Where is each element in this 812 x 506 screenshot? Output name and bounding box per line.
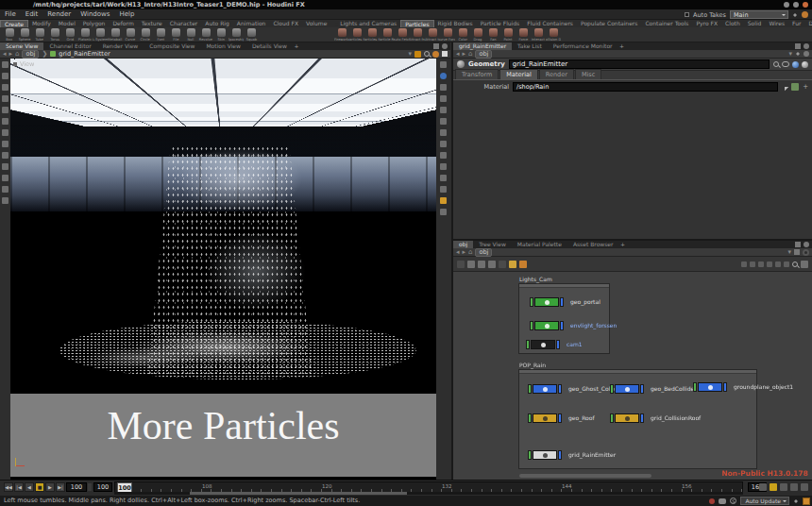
shelf-tool[interactable]: File <box>168 27 183 42</box>
menu-item[interactable]: Windows <box>76 10 114 18</box>
shelf-tab[interactable]: Populate Containers <box>577 20 641 27</box>
shelf-tool[interactable]: Particles fr <box>349 27 364 42</box>
pane-tab[interactable]: Composite View <box>144 42 200 50</box>
globe-icon[interactable] <box>792 61 799 68</box>
pane-tab[interactable]: Render View <box>97 42 144 50</box>
node-body[interactable] <box>533 450 557 460</box>
pane-tab[interactable]: Asset Browser <box>567 241 619 248</box>
shelf-tab[interactable]: Wires <box>765 20 788 27</box>
shelf-tool[interactable]: Attract fro <box>410 27 425 42</box>
construction-plane-icon[interactable] <box>440 197 447 204</box>
shelf-tool[interactable]: Skin <box>213 27 228 42</box>
shelf-tab[interactable]: Particle Fluids <box>477 20 524 27</box>
snapshot-icon[interactable] <box>794 249 800 255</box>
shelf-tab[interactable]: Texture <box>138 20 166 27</box>
shelf-tool[interactable]: Squab <box>244 27 259 42</box>
node-display-flag[interactable] <box>560 321 564 330</box>
net-grid-icon[interactable] <box>478 261 485 268</box>
shelf-tool[interactable]: Metaball <box>108 27 123 42</box>
net-overview-icon[interactable] <box>801 261 808 268</box>
notification-icon[interactable] <box>802 11 808 18</box>
shelf-tool[interactable]: Fireworks <box>334 27 349 42</box>
frame-view-icon[interactable] <box>440 118 447 125</box>
node-label[interactable]: geo_BedCollider <box>651 385 697 392</box>
pane-tab[interactable]: Material Palette <box>512 241 567 248</box>
pane-maximize-icon[interactable] <box>795 242 801 247</box>
message-icon[interactable] <box>719 498 726 504</box>
param-tab[interactable]: Transform <box>455 69 499 79</box>
search-icon[interactable] <box>792 261 798 267</box>
shelf-tab[interactable]: Auto Rig <box>201 20 232 27</box>
shelf-tab[interactable]: Deform <box>109 20 137 27</box>
close-icon[interactable] <box>803 2 808 8</box>
shelf-tool[interactable]: Particle Re <box>380 27 395 42</box>
material-value-field[interactable]: /shop/Rain <box>513 82 778 92</box>
path-root[interactable]: obj <box>475 248 492 257</box>
net-layout-icon[interactable] <box>488 261 496 268</box>
node-bypass-flag[interactable] <box>528 413 532 423</box>
home-icon[interactable]: ⌂ <box>468 248 472 257</box>
pane-tab[interactable]: Motion View <box>200 42 246 50</box>
node-label[interactable]: grid_RainEmitter <box>568 451 616 458</box>
menu-item[interactable]: File <box>0 10 21 18</box>
sim-cache-icon[interactable]: S <box>730 498 736 504</box>
node-display-flag[interactable] <box>640 413 644 423</box>
forward-icon[interactable]: ▸ <box>9 50 13 59</box>
auto-update-selector[interactable]: Auto Update <box>740 497 789 505</box>
forward-icon[interactable]: ▸ <box>463 50 466 59</box>
param-tab[interactable]: Misc <box>575 69 601 79</box>
network-node[interactable]: groundplane_object1 <box>693 382 729 392</box>
shelf-tab[interactable]: Character <box>166 20 202 27</box>
display-particles-icon[interactable] <box>440 175 447 181</box>
misc-tool-icon[interactable] <box>2 186 8 193</box>
pane-menu-icon[interactable] <box>442 43 448 49</box>
shelf-tool[interactable]: Revolve <box>198 27 213 42</box>
transport-button[interactable]: ■ <box>35 482 44 492</box>
node-name-field[interactable]: grid_RainEmitter <box>509 59 770 69</box>
node-label[interactable]: geo_Roof <box>568 414 595 421</box>
pane-menu-icon[interactable] <box>804 242 809 247</box>
snapshot-icon[interactable] <box>442 51 448 57</box>
transport-button[interactable]: ▶| <box>56 482 65 492</box>
node-label[interactable]: envlight_forssen <box>570 322 617 329</box>
shelf-tool[interactable]: Font <box>153 27 168 42</box>
snap-tool-icon[interactable] <box>2 129 8 136</box>
path-root[interactable]: obj <box>22 50 39 59</box>
display-points-icon[interactable] <box>440 141 447 147</box>
shelf-tool[interactable]: Drag <box>470 27 485 42</box>
scale-tool-icon[interactable] <box>2 95 8 102</box>
pane-tab[interactable]: Scene View <box>0 42 43 50</box>
shelf-tab[interactable]: Lights and Cameras <box>336 20 400 27</box>
node-bypass-flag[interactable] <box>528 384 532 394</box>
rotate-tool-icon[interactable] <box>2 84 8 91</box>
shelf-tool[interactable]: Box <box>2 27 17 42</box>
menu-item[interactable]: Edit <box>21 10 43 18</box>
network-node[interactable]: envlight_forssen <box>530 321 566 330</box>
network-box-lights-cam[interactable]: geo_portal envlight_forssen cam1 <box>518 283 610 354</box>
chevron-down-icon[interactable]: ▾ <box>408 50 412 59</box>
network-box-label[interactable]: Lights_Cam <box>519 276 552 282</box>
shelf-tool[interactable]: Sphere <box>17 27 32 42</box>
network-node[interactable]: cam1 <box>526 340 562 349</box>
spinner-icon[interactable] <box>795 50 801 58</box>
network-node[interactable]: geo_portal <box>530 297 566 307</box>
node-body[interactable] <box>534 321 559 330</box>
shelf-tool[interactable]: Particles fr <box>364 27 380 42</box>
chevron-down-icon[interactable]: ▾ <box>788 50 792 59</box>
shelf-tool[interactable]: Torus <box>47 27 62 42</box>
shelf-tool[interactable]: Grid <box>62 27 77 42</box>
maximize-icon[interactable] <box>793 2 799 8</box>
display-options-icon[interactable] <box>440 209 447 215</box>
sculpt-tool-icon[interactable] <box>2 152 8 159</box>
playbar-option-icon[interactable] <box>801 483 808 491</box>
node-label[interactable]: groundplane_object1 <box>734 383 793 390</box>
frame-field[interactable]: 100 <box>66 482 87 492</box>
node-body[interactable] <box>615 413 639 423</box>
box-header[interactable] <box>519 284 609 288</box>
shelf-tool[interactable]: Collision De <box>546 27 561 42</box>
path-node[interactable]: grid_RainEmitter <box>59 50 110 58</box>
gear-icon[interactable] <box>803 249 809 256</box>
node-body[interactable] <box>533 384 557 394</box>
network-node[interactable]: geo_BedCollider <box>610 384 646 394</box>
shelf-tab[interactable]: Cloth <box>721 20 744 27</box>
